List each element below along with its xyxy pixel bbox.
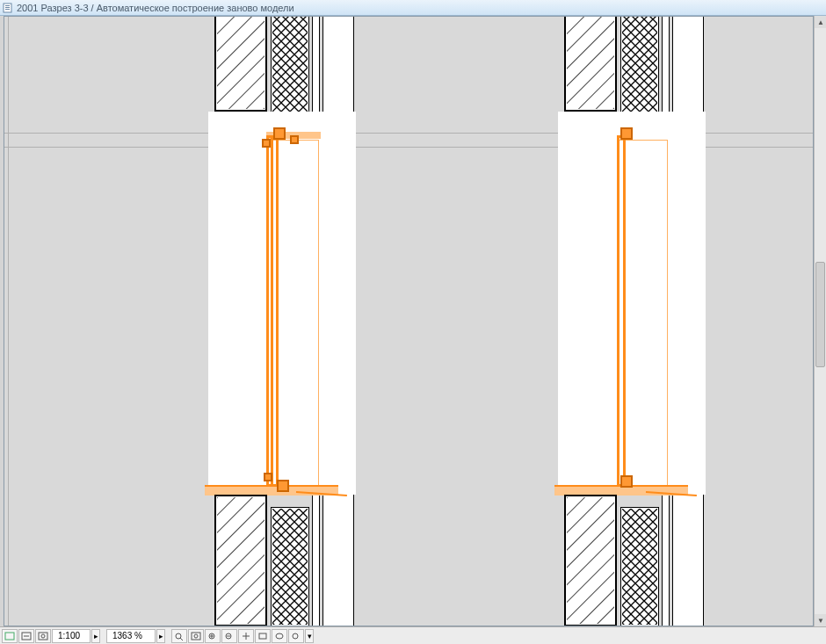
prev-view-icon[interactable] — [255, 629, 271, 643]
svg-rect-26 — [259, 633, 266, 639]
chevron-right-icon[interactable]: ▸ — [91, 629, 100, 643]
orbit-icon[interactable] — [272, 629, 287, 643]
zoom-input[interactable]: 1363 % — [106, 629, 156, 643]
svg-rect-1 — [5, 5, 10, 6]
drawing-canvas — [4, 17, 813, 626]
chevron-down-icon[interactable]: ▾ — [305, 629, 314, 643]
svg-rect-2 — [5, 7, 10, 8]
svg-point-28 — [293, 633, 298, 639]
selection-handle[interactable] — [620, 127, 633, 140]
svg-rect-7 — [217, 497, 264, 624]
svg-rect-10 — [622, 16, 657, 124]
nav-icon[interactable] — [35, 629, 51, 643]
zoom-out-icon[interactable] — [221, 629, 237, 643]
fit-icon[interactable] — [288, 629, 304, 643]
svg-rect-15 — [39, 633, 47, 640]
svg-rect-3 — [5, 9, 10, 10]
svg-rect-8 — [272, 509, 308, 625]
selection-handle[interactable] — [264, 473, 272, 481]
selection-handle[interactable] — [620, 475, 633, 488]
svg-point-27 — [276, 633, 283, 639]
zoom-window-icon[interactable] — [188, 629, 204, 643]
crosshatch-icon — [272, 16, 308, 124]
crosshatch-icon — [272, 509, 308, 625]
scale-input[interactable]: 1:100 — [52, 629, 91, 643]
scroll-thumb[interactable] — [815, 262, 825, 367]
nav-icon[interactable] — [18, 629, 34, 643]
selection-handle[interactable] — [262, 139, 271, 148]
hatch45-icon — [217, 497, 264, 624]
svg-rect-6 — [272, 16, 308, 124]
svg-rect-9 — [567, 16, 614, 109]
svg-rect-12 — [622, 509, 657, 625]
doc-icon — [3, 3, 13, 13]
hatch45-icon — [217, 16, 264, 109]
scroll-up-icon[interactable]: ▲ — [815, 16, 826, 28]
pan-icon[interactable] — [238, 629, 254, 643]
nav-icon[interactable] — [2, 629, 18, 643]
svg-rect-5 — [217, 16, 264, 109]
svg-rect-13 — [5, 633, 14, 640]
svg-line-18 — [180, 638, 183, 640]
selection-handle[interactable] — [290, 135, 299, 144]
zoom-extents-icon[interactable] — [171, 629, 187, 643]
selection-handle[interactable] — [277, 480, 289, 492]
scroll-down-icon[interactable]: ▼ — [815, 614, 826, 626]
svg-point-20 — [194, 634, 198, 638]
drawing-viewport[interactable] — [4, 16, 814, 626]
chevron-right-icon[interactable]: ▸ — [156, 629, 165, 643]
zoom-in-icon[interactable] — [205, 629, 221, 643]
selection-handle[interactable] — [273, 127, 286, 140]
svg-rect-19 — [192, 633, 200, 640]
status-bar: 1:100 ▸ 1363 % ▸ ▾ — [0, 626, 826, 644]
svg-rect-11 — [567, 497, 614, 624]
titlebar: 2001 Разрез 3-3 / Автоматическое построе… — [0, 0, 826, 16]
window-title: 2001 Разрез 3-3 / Автоматическое построе… — [17, 3, 294, 13]
svg-point-16 — [41, 634, 45, 638]
vertical-scrollbar[interactable]: ▲ ▼ — [814, 16, 826, 626]
